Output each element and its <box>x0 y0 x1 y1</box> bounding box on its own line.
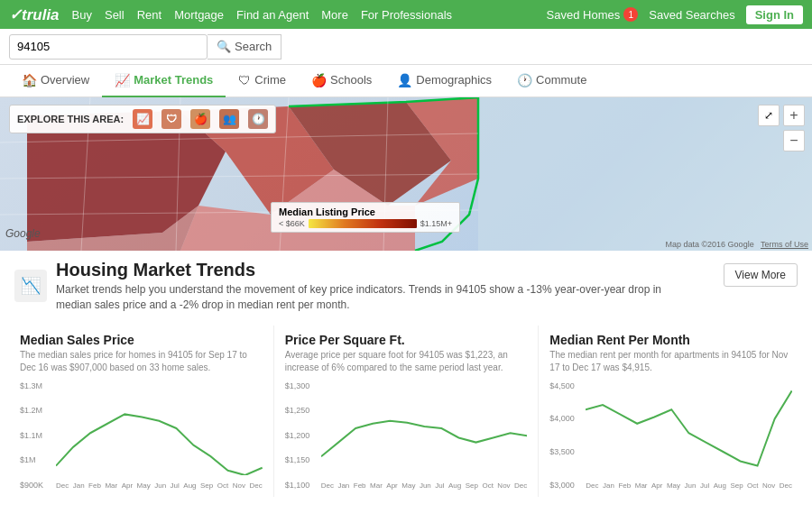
chart-price-sqft-desc: Average price per square foot for 94105 … <box>285 349 528 376</box>
map-background: EXPLORE THIS AREA: 📈 🛡 🍎 👥 🕐 Median List… <box>0 97 812 251</box>
nav-for-professionals[interactable]: For Professionals <box>361 8 452 22</box>
sign-in-button[interactable]: Sign In <box>746 5 803 24</box>
trulia-logo: ✓trulia <box>9 5 60 24</box>
legend-min: < $66K <box>279 219 305 228</box>
legend-title: Median Listing Price <box>279 206 452 217</box>
crime-icon: 🛡 <box>238 73 251 87</box>
map-legend: Median Listing Price < $66K $1.15M+ <box>271 202 460 233</box>
nav-mortgage[interactable]: Mortgage <box>174 8 224 22</box>
map-container: EXPLORE THIS AREA: 📈 🛡 🍎 👥 🕐 Median List… <box>0 97 812 251</box>
explore-schools-icon[interactable]: 🍎 <box>190 109 210 129</box>
tab-crime-label: Crime <box>254 73 286 87</box>
map-attribution: Map data ©2016 Google Terms of Use <box>665 240 808 249</box>
saved-homes-badge: 1 <box>623 7 638 22</box>
trends-title-area: 📉 Housing Market Trends Market trends he… <box>14 260 669 313</box>
explore-label: EXPLORE THIS AREA: <box>17 114 124 124</box>
fullscreen-button[interactable]: ⤢ <box>758 105 780 126</box>
google-logo: Google <box>5 227 41 240</box>
search-button[interactable]: 🔍 Search <box>208 34 281 60</box>
explore-bar: EXPLORE THIS AREA: 📈 🛡 🍎 👥 🕐 <box>9 105 276 133</box>
nav-left: ✓trulia Buy Sell Rent Mortgage Find an A… <box>9 5 452 24</box>
saved-homes-link[interactable]: Saved Homes 1 <box>547 7 639 22</box>
tab-market-trends[interactable]: 📈 Market Trends <box>102 65 226 97</box>
chart-price-sqft-x-labels: DecJanFebMarAprMayJunJulAugSepOctNovDec <box>321 482 528 490</box>
search-label: Search <box>235 40 272 53</box>
explore-crime-icon[interactable]: 🛡 <box>161 109 181 129</box>
legend-gradient <box>309 219 417 228</box>
tab-overview-label: Overview <box>41 73 89 87</box>
chart-median-rent-title: Median Rent Per Month <box>549 333 792 347</box>
tab-schools[interactable]: 🍎 Schools <box>299 65 384 97</box>
search-bar: 🔍 Search <box>0 29 812 65</box>
tab-demographics[interactable]: 👤 Demographics <box>384 65 504 97</box>
saved-searches-link[interactable]: Saved Searches <box>649 8 734 22</box>
chart-median-rent: Median Rent Per Month The median rent pe… <box>539 326 803 497</box>
map-zoom-controls: + − <box>783 105 805 151</box>
zoom-out-button[interactable]: − <box>783 130 805 151</box>
nav-rent[interactable]: Rent <box>137 8 161 22</box>
terms-of-use[interactable]: Terms of Use <box>761 240 808 249</box>
trends-title: Housing Market Trends <box>56 260 669 280</box>
tab-commute-label: Commute <box>536 73 586 87</box>
explore-trends-icon[interactable]: 📈 <box>133 109 152 129</box>
market-trends-icon: 📈 <box>115 73 130 87</box>
chart-price-sqft-title: Price Per Square Ft. <box>285 333 528 347</box>
demographics-icon: 👤 <box>397 73 412 87</box>
explore-commute-icon[interactable]: 🕐 <box>248 109 268 129</box>
nav-sell[interactable]: Sell <box>105 8 125 22</box>
trends-header: 📉 Housing Market Trends Market trends he… <box>0 251 812 316</box>
chart-median-sales-x-labels: DecJanFebMarAprMayJunJulAugSepOctNovDec <box>56 482 263 490</box>
chart-median-rent-area: $4,500 $4,000 $3,500 $3,000 DecJanFebMar… <box>549 381 792 490</box>
chart-median-sales-title: Median Sales Price <box>20 333 263 347</box>
chart-price-sqft: Price Per Square Ft. Average price per s… <box>274 326 540 497</box>
saved-homes-label: Saved Homes <box>547 8 621 22</box>
chart-price-sqft-y-labels: $1,300 $1,250 $1,200 $1,150 $1,100 <box>285 381 319 490</box>
chart-median-rent-desc: The median rent per month for apartments… <box>549 349 792 376</box>
chart-price-sqft-area: $1,300 $1,250 $1,200 $1,150 $1,100 DecJa… <box>285 381 528 490</box>
chart-median-sales-area: $1.3M $1.2M $1.1M $1M $900K DecJanFebMar… <box>20 381 263 490</box>
commute-icon: 🕐 <box>517 73 532 87</box>
search-icon: 🔍 <box>217 40 231 53</box>
tab-overview[interactable]: 🏠 Overview <box>9 65 102 97</box>
tabs-bar: 🏠 Overview 📈 Market Trends 🛡 Crime 🍎 Sch… <box>0 65 812 97</box>
nav-more[interactable]: More <box>321 8 348 22</box>
nav-find-agent[interactable]: Find an Agent <box>236 8 309 22</box>
chart-median-rent-svg-wrap <box>586 381 792 475</box>
legend-max: $1.15M+ <box>420 219 452 228</box>
charts-row: Median Sales Price The median sales pric… <box>0 316 812 497</box>
explore-demographics-icon[interactable]: 👥 <box>219 109 239 129</box>
chart-median-sales: Median Sales Price The median sales pric… <box>9 326 274 497</box>
chart-price-sqft-svg <box>321 381 528 475</box>
overview-icon: 🏠 <box>22 73 37 87</box>
chart-median-rent-y-labels: $4,500 $4,000 $3,500 $3,000 <box>549 381 584 490</box>
chart-median-rent-x-labels: DecJanFebMarAprMayJunJulAugSepOctNovDec <box>586 482 792 490</box>
nav-buy[interactable]: Buy <box>72 8 92 22</box>
tab-demographics-label: Demographics <box>416 73 492 87</box>
top-nav: ✓trulia Buy Sell Rent Mortgage Find an A… <box>0 0 812 29</box>
zoom-in-button[interactable]: + <box>783 105 805 126</box>
trends-chart-icon: 📉 <box>14 270 47 302</box>
tab-commute[interactable]: 🕐 Commute <box>504 65 599 97</box>
chart-median-sales-y-labels: $1.3M $1.2M $1.1M $1M $900K <box>20 381 54 490</box>
nav-right: Saved Homes 1 Saved Searches Sign In <box>547 5 803 24</box>
search-input[interactable] <box>9 34 208 60</box>
tab-crime[interactable]: 🛡 Crime <box>226 65 299 97</box>
chart-median-sales-svg-wrap <box>56 381 263 475</box>
chart-price-sqft-svg-wrap <box>321 381 528 475</box>
chart-median-sales-desc: The median sales price for homes in 9410… <box>20 349 263 376</box>
trends-description: Market trends help you understand the mo… <box>56 282 669 313</box>
view-more-button[interactable]: View More <box>724 263 798 287</box>
tab-schools-label: Schools <box>330 73 372 87</box>
chart-median-rent-svg <box>586 381 792 475</box>
chart-median-sales-svg <box>56 381 263 475</box>
tab-market-trends-label: Market Trends <box>134 73 213 87</box>
schools-icon: 🍎 <box>311 73 327 87</box>
